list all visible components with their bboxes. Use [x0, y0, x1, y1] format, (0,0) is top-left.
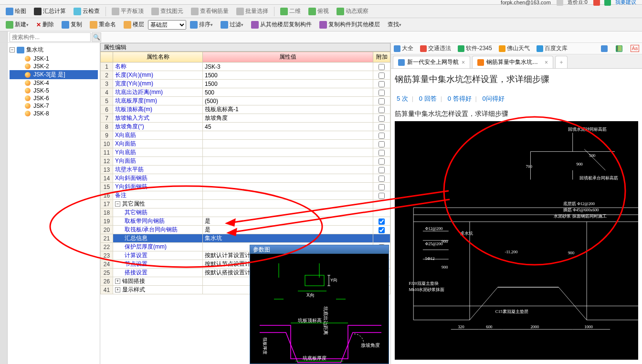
search-input[interactable] — [10, 32, 91, 42]
property-row[interactable]: 9X向底筋 — [101, 131, 390, 140]
tree-item[interactable]: JSK-8 — [10, 110, 98, 117]
tree-item[interactable]: JSK-6 — [10, 94, 98, 102]
stat-qgood[interactable]: 0问得好 — [483, 95, 505, 102]
extra-checkbox[interactable] — [379, 227, 385, 233]
tree-item[interactable]: JSK-3[是 是] — [10, 70, 98, 79]
property-row[interactable]: 21汇总信息集水坑 — [101, 234, 390, 243]
draw-button[interactable]: 绘图 — [3, 6, 29, 16]
property-row[interactable]: 14X向斜面钢筋 — [101, 174, 390, 183]
prop-value[interactable]: 1500 — [203, 71, 373, 80]
extra-checkbox[interactable] — [379, 167, 385, 173]
extra-checkbox[interactable] — [379, 176, 385, 182]
param-title[interactable]: 参数图 — [250, 245, 389, 254]
extra-checkbox[interactable] — [379, 184, 385, 190]
prop-value[interactable] — [203, 174, 373, 183]
prop-value[interactable] — [203, 148, 373, 157]
delete-button[interactable]: ✕删除 — [33, 20, 57, 30]
tree-item[interactable]: JSK-5 — [10, 87, 98, 94]
property-row[interactable]: 18其它钢筋 — [101, 208, 390, 217]
bookmark-item[interactable]: 交通违法 — [420, 44, 451, 52]
property-row[interactable]: 13坑壁水平筋 — [101, 166, 390, 174]
sort-button[interactable]: 排序 — [187, 20, 216, 30]
prop-value[interactable]: 是 — [203, 217, 373, 226]
property-row[interactable]: 20取筏板/承台同向钢筋是 — [101, 226, 390, 234]
extra-checkbox[interactable] — [379, 193, 385, 199]
property-row[interactable]: 11Y向底筋 — [101, 148, 390, 157]
prop-value[interactable]: 放坡角度 — [203, 114, 373, 123]
bird-view-dropdown[interactable]: 俯视 — [305, 6, 332, 16]
extra-checkbox[interactable] — [379, 73, 385, 79]
extra-checkbox[interactable] — [379, 81, 385, 87]
extra-checkbox[interactable] — [379, 150, 385, 156]
rename-button[interactable]: 重命名 — [87, 20, 119, 30]
browser-tab[interactable]: 钢筋算量中集水坑怎样设置，求× — [472, 56, 553, 68]
ext-icon-1[interactable] — [601, 45, 609, 52]
prop-value[interactable] — [203, 131, 373, 140]
cloud-check-button[interactable]: 云检查 — [71, 6, 103, 16]
prop-value[interactable]: 500 — [203, 88, 373, 97]
prop-value[interactable]: 1500 — [203, 80, 373, 88]
ext-icon-3[interactable]: Aa — [631, 45, 639, 52]
browser-tab[interactable]: 新一代安全上网导航× — [393, 56, 470, 68]
property-row[interactable]: 5坑底板厚度(mm)(500) — [101, 97, 390, 105]
copy-from-button[interactable]: 从其他楼层复制构件 — [248, 20, 315, 30]
prop-value[interactable]: 是 — [203, 226, 373, 234]
dynamic-view-button[interactable]: 动态观察 — [334, 6, 371, 16]
extra-checkbox[interactable] — [379, 98, 385, 104]
prop-value[interactable] — [203, 200, 373, 208]
find-entity-button[interactable]: 查找图元 — [148, 6, 186, 16]
prop-value[interactable]: 集水坑 — [203, 234, 373, 243]
prop-value[interactable]: 45 — [203, 123, 373, 131]
bookmark-item[interactable]: 佛山天气 — [499, 44, 530, 52]
extra-checkbox[interactable] — [379, 115, 385, 122]
tree-item[interactable]: JSK-2 — [10, 62, 98, 70]
sum-calc-button[interactable]: 汇总计算 — [31, 6, 69, 16]
tree-item[interactable]: JSK-1 — [10, 55, 98, 62]
property-row[interactable]: 8放坡角度(°)45 — [101, 123, 390, 131]
property-row[interactable]: 12Y向面筋 — [101, 157, 390, 166]
tab-close-icon[interactable]: × — [462, 59, 465, 66]
extra-checkbox[interactable] — [379, 158, 385, 165]
property-row[interactable]: 7放坡输入方式放坡角度 — [101, 114, 390, 123]
stat-answers[interactable]: 0 回答 — [419, 95, 437, 102]
filter-button[interactable]: 过滤 — [218, 20, 246, 30]
prop-value[interactable]: (500) — [203, 97, 373, 105]
batch-select-button[interactable]: 批量选择 — [233, 6, 271, 16]
check-rebar-button[interactable]: 查看钢筋量 — [188, 6, 232, 16]
property-row[interactable]: 10X向面筋 — [101, 140, 390, 148]
search-go-button[interactable]: 🔍 — [92, 32, 101, 42]
property-row[interactable]: 3宽度(Y向)(mm)1500 — [101, 80, 390, 88]
find-button[interactable]: 查找 — [385, 20, 404, 30]
param-diagram-window[interactable]: 参数图 Y向 X向 坑底出边距离 坑板顶标高 坑底板厚度 放坡角度 — [250, 245, 389, 364]
collapse-icon[interactable]: − — [10, 47, 15, 52]
property-row[interactable]: 19取板带同向钢筋是 — [101, 217, 390, 226]
prop-value[interactable] — [203, 208, 373, 217]
bookmark-item[interactable]: 软件-2345 — [458, 44, 492, 52]
property-row[interactable]: 1名称JSK-3 — [101, 62, 390, 71]
tree-item[interactable]: JSK-4 — [10, 79, 98, 87]
bookmark-item[interactable]: 大全 — [394, 44, 413, 52]
extra-checkbox[interactable] — [379, 107, 385, 113]
tree-root[interactable]: − 集水坑 — [10, 45, 98, 55]
prop-value[interactable] — [203, 183, 373, 191]
prop-value[interactable] — [203, 166, 373, 174]
property-row[interactable]: 6坑板顶标高(m)筏板底标高-1 — [101, 105, 390, 114]
extra-checkbox[interactable] — [379, 141, 385, 147]
prop-value[interactable] — [203, 157, 373, 166]
tree-item[interactable]: JSK-7 — [10, 102, 98, 110]
extra-checkbox[interactable] — [379, 124, 385, 130]
flat-top-button[interactable]: 平齐板顶 — [109, 6, 147, 16]
prop-value[interactable] — [203, 191, 373, 200]
prop-value[interactable]: 筏板底标高-1 — [203, 105, 373, 114]
extra-checkbox[interactable] — [379, 64, 385, 70]
extra-checkbox[interactable] — [379, 133, 385, 139]
floor-select[interactable]: 基础层 — [148, 20, 186, 30]
copy-to-button[interactable]: 复制构件到其他楼层 — [316, 20, 383, 30]
property-row[interactable]: 17−其它属性 — [101, 200, 390, 208]
property-row[interactable]: 2长度(X向)(mm)1500 — [101, 71, 390, 80]
ext-icon-2[interactable]: 📗 — [616, 45, 624, 52]
prop-value[interactable] — [203, 140, 373, 148]
property-row[interactable]: 15Y向斜面钢筋 — [101, 183, 390, 191]
extra-checkbox[interactable] — [379, 218, 385, 225]
suggest-link[interactable]: 我要建议 — [615, 0, 636, 6]
